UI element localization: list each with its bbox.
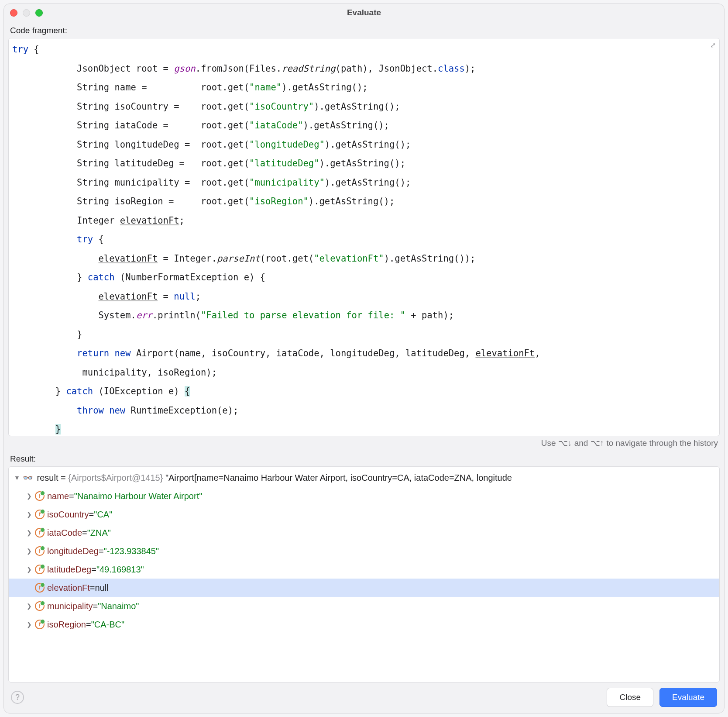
code-content: try { JsonObject root = gson.fromJson(Fi… [12, 40, 716, 436]
chevron-right-icon[interactable]: ❯ [24, 621, 34, 628]
chevron-right-icon[interactable]: ❯ [24, 511, 34, 518]
result-root-type: {Airports$Airport@1415} [68, 473, 163, 483]
result-field-row[interactable]: ❯iataCode = "ZNA" [9, 524, 719, 542]
code-fragment-label: Code fragment: [4, 21, 724, 38]
field-name: latitudeDeg [47, 565, 91, 575]
result-field-row[interactable]: ❯isoRegion = "CA-BC" [9, 615, 719, 634]
chevron-right-icon[interactable]: ❯ [24, 529, 34, 536]
evaluate-button[interactable]: Evaluate [659, 688, 717, 707]
result-label: Result: [4, 450, 724, 466]
field-value: "ZNA" [87, 528, 111, 538]
field-value: null [95, 583, 109, 593]
field-icon [35, 528, 45, 538]
field-name: elevationFt [47, 583, 90, 593]
result-root-row[interactable]: ▼ 👓 result = {Airports$Airport@1415} "Ai… [9, 469, 719, 487]
field-name: municipality [47, 601, 93, 611]
chevron-right-icon[interactable]: ❯ [24, 603, 34, 610]
field-name: iataCode [47, 528, 82, 538]
result-field-row[interactable]: ❯isoCountry = "CA" [9, 505, 719, 524]
field-value: "CA" [94, 510, 112, 520]
watch-icon: 👓 [23, 473, 33, 483]
field-value: "Nanaimo Harbour Water Airport" [74, 491, 203, 501]
result-root-value: "Airport[name=Nanaimo Harbour Water Airp… [163, 473, 512, 483]
code-editor[interactable]: ⤢ try { JsonObject root = gson.fromJson(… [8, 38, 720, 436]
chevron-down-icon[interactable]: ▼ [12, 474, 22, 481]
field-icon [35, 583, 45, 593]
dialog-footer: ? Close Evaluate [4, 683, 724, 713]
field-value: "-123.933845" [104, 546, 159, 556]
field-icon [35, 620, 45, 629]
evaluate-dialog: Evaluate Code fragment: ⤢ try { JsonObje… [3, 3, 725, 714]
result-field-row[interactable]: elevationFt = null [9, 579, 719, 597]
field-value: "CA-BC" [91, 620, 124, 630]
field-name: isoRegion [47, 620, 86, 630]
chevron-right-icon[interactable]: ❯ [24, 548, 34, 555]
chevron-right-icon[interactable]: ❯ [24, 566, 34, 573]
chevron-right-icon[interactable]: ❯ [24, 493, 34, 500]
field-value: "49.169813" [96, 565, 144, 575]
window-title: Evaluate [4, 8, 724, 17]
field-icon [35, 510, 45, 519]
field-name: longitudeDeg [47, 546, 99, 556]
field-icon [35, 565, 45, 574]
field-name: isoCountry [47, 510, 89, 520]
result-root-name: result = [34, 473, 68, 483]
expand-icon[interactable]: ⤢ [710, 41, 716, 49]
result-field-row[interactable]: ❯longitudeDeg = "-123.933845" [9, 542, 719, 560]
history-hint: Use ⌥↓ and ⌥↑ to navigate through the hi… [4, 436, 724, 450]
field-icon [35, 491, 45, 501]
result-field-row[interactable]: ❯latitudeDeg = "49.169813" [9, 560, 719, 579]
titlebar: Evaluate [4, 4, 724, 21]
field-value: "Nanaimo" [98, 601, 139, 611]
kw-try: try [12, 44, 28, 55]
close-button[interactable]: Close [607, 688, 653, 707]
field-icon [35, 546, 45, 556]
result-field-row[interactable]: ❯name = "Nanaimo Harbour Water Airport" [9, 487, 719, 505]
field-name: name [47, 491, 69, 501]
help-icon[interactable]: ? [11, 691, 24, 704]
result-field-row[interactable]: ❯municipality = "Nanaimo" [9, 597, 719, 615]
result-tree[interactable]: ▼ 👓 result = {Airports$Airport@1415} "Ai… [8, 466, 720, 683]
field-icon [35, 601, 45, 611]
